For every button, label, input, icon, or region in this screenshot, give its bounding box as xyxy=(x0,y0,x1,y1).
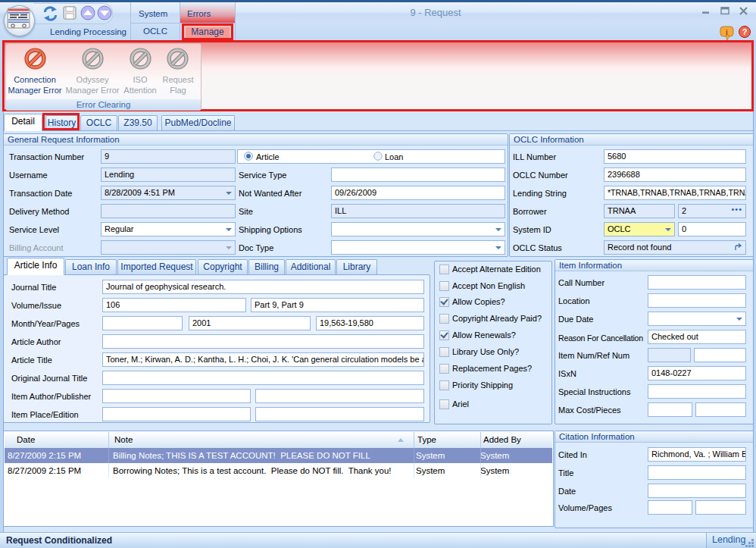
svg-text:i: i xyxy=(726,28,728,36)
svg-text:?: ? xyxy=(742,27,748,36)
